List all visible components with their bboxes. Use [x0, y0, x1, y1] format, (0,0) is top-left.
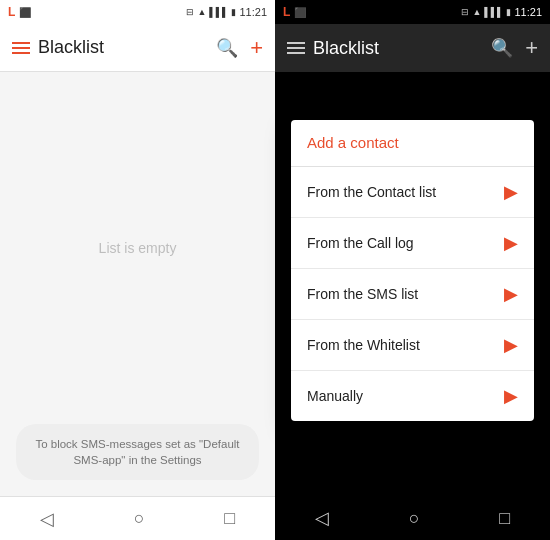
add-contact-overlay: Add a contact From the Contact list ▶ Fr…	[291, 120, 534, 421]
manually-item[interactable]: Manually ▶	[291, 371, 534, 421]
menu-icon[interactable]	[12, 42, 30, 54]
time-display-2: 11:21	[514, 6, 542, 18]
app-icon-left: L	[8, 5, 15, 19]
battery-icon-2: ▮	[506, 7, 511, 17]
screenshot-icon-2: ⬛	[294, 7, 306, 18]
search-icon[interactable]: 🔍	[216, 37, 238, 59]
app-icon-left-2: L	[283, 5, 290, 19]
sms-list-label: From the SMS list	[307, 286, 418, 302]
back-button-2[interactable]: ◁	[315, 507, 329, 529]
overlay-header: Add a contact	[291, 120, 534, 167]
wifi-icon: ▲	[197, 7, 206, 17]
call-log-arrow: ▶	[504, 232, 518, 254]
screen1-title: Blacklist	[38, 37, 208, 58]
whitelist-item[interactable]: From the Whitelist ▶	[291, 320, 534, 371]
time-display: 11:21	[239, 6, 267, 18]
status-bar-right: ⊟ ▲ ▌▌▌ ▮ 11:21	[186, 6, 267, 18]
recent-button[interactable]: □	[224, 508, 235, 529]
top-bar-1: Blacklist 🔍 +	[0, 24, 275, 72]
status-bar-2: L ⬛ ⊟ ▲ ▌▌▌ ▮ 11:21	[275, 0, 550, 24]
whitelist-arrow: ▶	[504, 334, 518, 356]
bottom-note: To block SMS-messages set as "Default SM…	[16, 424, 259, 480]
screen-2: L ⬛ ⊟ ▲ ▌▌▌ ▮ 11:21 Blacklist 🔍 +	[275, 0, 550, 540]
screenshot-icon: ⬛	[19, 7, 31, 18]
status-bar-2-right: ⊟ ▲ ▌▌▌ ▮ 11:21	[461, 6, 542, 18]
manually-label: Manually	[307, 388, 363, 404]
overlay-title: Add a contact	[307, 134, 399, 151]
sms-list-item[interactable]: From the SMS list ▶	[291, 269, 534, 320]
manually-arrow: ▶	[504, 385, 518, 407]
back-button[interactable]: ◁	[40, 508, 54, 530]
add-icon[interactable]: +	[250, 35, 263, 61]
top-bar-actions-2: 🔍 +	[491, 35, 538, 61]
menu-icon-2[interactable]	[287, 42, 305, 54]
top-bar-actions: 🔍 +	[216, 35, 263, 61]
status-bar-left: L ⬛	[8, 5, 31, 19]
screen2-title: Blacklist	[313, 38, 483, 59]
top-bar-2: Blacklist 🔍 +	[275, 24, 550, 72]
home-button[interactable]: ○	[134, 508, 145, 529]
signal-icon: ▌▌▌	[209, 7, 228, 17]
add-icon-2[interactable]: +	[525, 35, 538, 61]
contact-list-arrow: ▶	[504, 181, 518, 203]
recent-button-2[interactable]: □	[499, 508, 510, 529]
signal-icon-2: ▌▌▌	[484, 7, 503, 17]
search-icon-2[interactable]: 🔍	[491, 37, 513, 59]
battery-icon: ▮	[231, 7, 236, 17]
empty-list-area: List is empty	[0, 72, 275, 424]
bottom-nav-2: ◁ ○ □	[275, 496, 550, 540]
contact-list-label: From the Contact list	[307, 184, 436, 200]
home-button-2[interactable]: ○	[409, 508, 420, 529]
sd-icon: ⊟	[186, 7, 194, 17]
bottom-nav-1: ◁ ○ □	[0, 496, 275, 540]
wifi-icon-2: ▲	[472, 7, 481, 17]
sd-icon-2: ⊟	[461, 7, 469, 17]
empty-list-text: List is empty	[99, 240, 177, 256]
sms-list-arrow: ▶	[504, 283, 518, 305]
screen-1: L ⬛ ⊟ ▲ ▌▌▌ ▮ 11:21 Blacklist 🔍 +	[0, 0, 275, 540]
contact-list-item[interactable]: From the Contact list ▶	[291, 167, 534, 218]
status-bar-2-left: L ⬛	[283, 5, 306, 19]
dual-screen-container: L ⬛ ⊟ ▲ ▌▌▌ ▮ 11:21 Blacklist 🔍 +	[0, 0, 550, 540]
call-log-label: From the Call log	[307, 235, 414, 251]
bottom-note-text: To block SMS-messages set as "Default SM…	[35, 438, 239, 466]
call-log-item[interactable]: From the Call log ▶	[291, 218, 534, 269]
status-bar-1: L ⬛ ⊟ ▲ ▌▌▌ ▮ 11:21	[0, 0, 275, 24]
whitelist-label: From the Whitelist	[307, 337, 420, 353]
